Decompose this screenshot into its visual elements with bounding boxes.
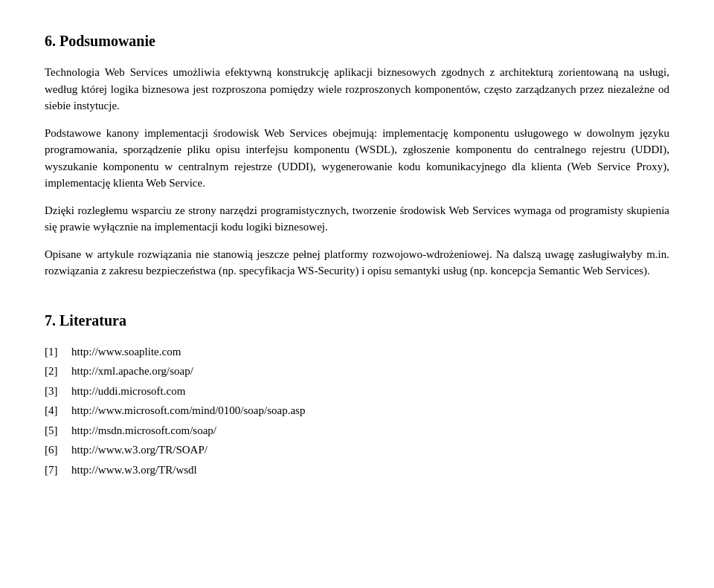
section-7: 7. Literatura [1]http://www.soaplite.com… [45,309,669,479]
lit-ref-number: [1] [45,343,65,361]
lit-ref-number: [4] [45,402,65,419]
lit-ref-number: [7] [45,462,65,479]
section-6-paragraph-3: Dzięki rozległemu wsparciu ze strony nar… [45,202,669,236]
section-6-title: 6. Podsumowanie [45,30,669,52]
list-item: [5]http://msdn.microsoft.com/soap/ [45,422,669,439]
section-7-title: 7. Literatura [45,309,669,332]
lit-ref-url[interactable]: http://www.w3.org/TR/SOAP/ [71,442,208,459]
list-item: [3]http://uddi.microsoft.com [45,383,669,400]
lit-ref-url[interactable]: http://xml.apache.org/soap/ [71,363,193,380]
lit-ref-url[interactable]: http://msdn.microsoft.com/soap/ [71,422,216,439]
lit-ref-number: [2] [45,363,65,380]
lit-ref-number: [6] [45,442,65,459]
lit-ref-url[interactable]: http://www.soaplite.com [71,343,181,361]
lit-ref-url[interactable]: http://www.microsoft.com/mind/0100/soap/… [71,402,305,419]
list-item: [4]http://www.microsoft.com/mind/0100/so… [45,402,669,419]
lit-ref-number: [3] [45,383,65,400]
section-6: 6. Podsumowanie Technologia Web Services… [45,30,669,280]
list-item: [2]http://xml.apache.org/soap/ [45,363,669,380]
list-item: [7]http://www.w3.org/TR/wsdl [45,462,669,479]
section-6-paragraph-1: Technologia Web Services umożliwia efekt… [45,64,669,114]
section-6-paragraph-4: Opisane w artykule rozwiązania nie stano… [45,246,669,280]
lit-ref-url[interactable]: http://www.w3.org/TR/wsdl [71,462,197,479]
list-item: [1]http://www.soaplite.com [45,343,669,361]
section-6-paragraph-2: Podstawowe kanony implementacji środowis… [45,125,669,192]
list-item: [6]http://www.w3.org/TR/SOAP/ [45,442,669,459]
literatura-list: [1]http://www.soaplite.com[2]http://xml.… [45,343,669,479]
lit-ref-url[interactable]: http://uddi.microsoft.com [71,383,185,400]
lit-ref-number: [5] [45,422,65,439]
